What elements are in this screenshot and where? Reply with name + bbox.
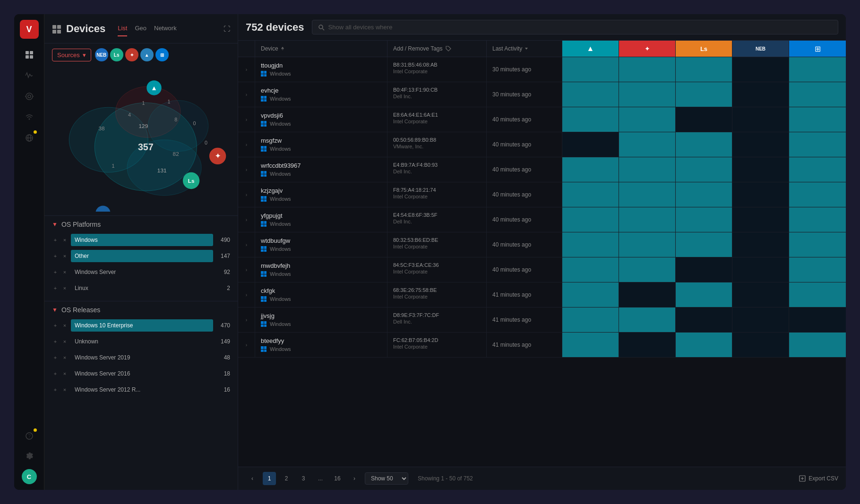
filter-times[interactable]: × — [61, 339, 68, 344]
table-row[interactable]: › ttougjdn Windows B8:31:B5:46:08:AB Int… — [238, 57, 846, 82]
row-expand[interactable]: › — [238, 182, 255, 207]
th-device[interactable]: Device — [255, 41, 387, 57]
app-logo[interactable]: V — [20, 20, 39, 39]
filter-bar[interactable]: Other — [71, 250, 213, 262]
nav-icon-scan[interactable] — [21, 88, 38, 105]
last-activity: 40 minutes ago — [487, 157, 562, 182]
filter-plus[interactable]: + — [52, 387, 59, 393]
table-row[interactable]: › msgfzw Windows 00:50:56:89:B0:B8 VMwar… — [238, 132, 846, 157]
export-csv-button[interactable]: Export CSV — [799, 475, 838, 482]
source-badge-2[interactable]: Ls — [110, 48, 123, 61]
filter-bar[interactable]: Windows — [71, 234, 213, 246]
prev-page[interactable]: ‹ — [246, 472, 259, 485]
page-2[interactable]: 2 — [280, 472, 293, 485]
table-row[interactable]: › mwdbvfejh Windows 84:5C:F3:EA:CE:36 In… — [238, 257, 846, 282]
row-expand[interactable]: › — [238, 82, 255, 107]
nav-icon-wifi[interactable] — [21, 109, 38, 126]
table-row[interactable]: › wtdbuufgw Windows 80:32:53:B6:ED:BE In… — [238, 232, 846, 257]
source-badge-4[interactable]: ▲ — [140, 48, 154, 61]
row-expand[interactable]: › — [238, 282, 255, 307]
source-badge-3[interactable]: ✦ — [125, 48, 138, 61]
tab-geo[interactable]: Geo — [135, 21, 146, 36]
filter-times[interactable]: × — [61, 285, 68, 291]
user-avatar[interactable]: C — [22, 469, 37, 484]
table-row[interactable]: › evhcje Windows B0:4F:13:F1:90:CB Dell … — [238, 82, 846, 107]
row-expand[interactable]: › — [238, 257, 255, 282]
table-row[interactable]: › wrfccdbt93967 Windows E4:B9:7A:F4:B0:9… — [238, 157, 846, 182]
filter-bar[interactable]: Windows Server 2012 R... — [71, 384, 213, 396]
row-expand[interactable]: › — [238, 132, 255, 157]
filter-times[interactable]: × — [61, 269, 68, 275]
filter-count: 470 — [216, 322, 230, 329]
filter-count: 490 — [216, 237, 230, 243]
agent-cell-3 — [732, 308, 789, 332]
svg-rect-3 — [30, 55, 33, 59]
row-expand[interactable]: › — [238, 232, 255, 257]
filter-times[interactable]: × — [61, 371, 68, 376]
filter-plus[interactable]: + — [52, 269, 59, 275]
filter-bar[interactable]: Windows Server 2016 — [71, 367, 213, 380]
row-expand[interactable]: › — [238, 107, 255, 132]
filter-plus[interactable]: + — [52, 355, 59, 360]
table-row[interactable]: › vpvdsji6 Windows E8:6A:64:E1:6A:E1 Int… — [238, 107, 846, 132]
nav-icon-globe[interactable] — [21, 129, 38, 146]
source-badge-5[interactable]: ⊞ — [155, 48, 169, 61]
table-row[interactable]: › yfgpujgt Windows E4:54:E8:6F:3B:5F Del… — [238, 207, 846, 232]
filter-times[interactable]: × — [61, 323, 68, 328]
device-info: wtdbuufgw Windows — [255, 232, 387, 257]
filter-plus[interactable]: + — [52, 323, 59, 328]
filter-plus[interactable]: + — [52, 371, 59, 376]
row-expand[interactable]: › — [238, 157, 255, 182]
expand-icon[interactable]: ⛶ — [224, 25, 230, 33]
page-16[interactable]: 16 — [331, 472, 344, 485]
filter-times[interactable]: × — [61, 387, 68, 393]
show-per-page[interactable]: Show 50 Show 100 — [365, 472, 408, 485]
table-row[interactable]: › kzjzgajv Windows F8:75:A4:18:21:74 Int… — [238, 182, 846, 207]
source-badge-1[interactable]: NEB — [95, 48, 108, 61]
filter-bar[interactable]: Linux — [71, 282, 213, 294]
page-3[interactable]: 3 — [297, 472, 310, 485]
row-expand[interactable]: › — [238, 57, 255, 82]
svg-text:1: 1 — [142, 100, 145, 106]
filter-bar[interactable]: Windows Server — [71, 266, 213, 278]
tab-network[interactable]: Network — [154, 21, 177, 36]
table-row[interactable]: › ckfgk Windows 68:3E:26:75:58:BE Intel … — [238, 282, 846, 308]
nav-icon-settings[interactable] — [21, 448, 38, 465]
filter-plus[interactable]: + — [52, 253, 59, 259]
os-platforms-header[interactable]: ▼ OS Platforms — [52, 221, 230, 228]
filter-plus[interactable]: + — [52, 285, 59, 291]
th-last-activity[interactable]: Last Activity — [487, 41, 562, 57]
nav-icon-devices[interactable] — [21, 46, 38, 63]
row-expand[interactable]: › — [238, 333, 255, 357]
os-releases-header[interactable]: ▼ OS Releases — [52, 306, 230, 314]
mac-info: D8:9E:F3:7F:7C:DF Dell Inc. — [387, 308, 487, 332]
nav-icon-help[interactable]: ? — [21, 427, 38, 444]
filter-bar[interactable]: Unknown — [71, 335, 213, 348]
filter-times[interactable]: × — [61, 253, 68, 259]
table-row[interactable]: › bteedfyy Windows FC:62:B7:05:B4:2D Int… — [238, 333, 846, 358]
filter-plus[interactable]: + — [52, 339, 59, 344]
svg-point-8 — [28, 119, 30, 120]
filter-bar[interactable]: Windows 10 Enterprise — [71, 319, 213, 332]
filter-plus[interactable]: + — [52, 237, 59, 243]
agent-cell-2 — [676, 182, 732, 207]
sources-button[interactable]: Sources ▾ — [52, 49, 91, 61]
tab-list[interactable]: List — [118, 21, 127, 36]
svg-text:8: 8 — [174, 117, 177, 122]
agent-cell-1 — [619, 57, 676, 82]
os-release-row: + × Windows 10 Enterprise 470 — [52, 317, 230, 333]
svg-text:✦: ✦ — [215, 153, 221, 160]
row-expand[interactable]: › — [238, 308, 255, 332]
search-bar[interactable]: Show all devices where — [312, 20, 838, 34]
nav-icon-activity[interactable] — [21, 67, 38, 84]
filter-count: 16 — [216, 386, 230, 393]
filter-times[interactable]: × — [61, 355, 68, 360]
page-1[interactable]: 1 — [263, 472, 276, 485]
filter-bar[interactable]: Windows Server 2019 — [71, 351, 213, 364]
filter-times[interactable]: × — [61, 237, 68, 243]
row-expand[interactable]: › — [238, 207, 255, 232]
table-row[interactable]: › jjvsjg Windows D8:9E:F3:7F:7C:DF Dell … — [238, 308, 846, 333]
th-tags[interactable]: Add / Remove Tags — [387, 41, 487, 57]
device-info: mwdbvfejh Windows — [255, 257, 387, 282]
next-page[interactable]: › — [348, 472, 361, 485]
